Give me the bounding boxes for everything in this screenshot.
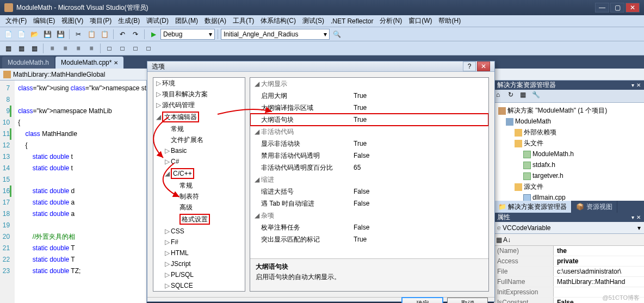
- options-tree[interactable]: ▷环境▷项目和解决方案▷源代码管理◢文本编辑器常规文件扩展名▷Basic▷C#◢…: [153, 77, 245, 292]
- tab-modulemath-h[interactable]: ModuleMath.h: [2, 57, 54, 69]
- tree-item[interactable]: ◢C/C++: [153, 167, 245, 180]
- tb-icon[interactable]: □: [103, 42, 115, 54]
- menu-team[interactable]: 团队(M): [172, 15, 201, 27]
- tb-icon[interactable]: □: [116, 42, 128, 54]
- menu-help[interactable]: 帮助(H): [435, 15, 464, 27]
- paste-icon[interactable]: 📋: [98, 28, 110, 40]
- open-icon[interactable]: 📂: [28, 28, 40, 40]
- tree-item[interactable]: ▷HTML: [153, 248, 245, 258]
- solution-tree[interactable]: 解决方案 "ModuleMath" (1 个项目) ModuleMath外部依赖…: [494, 103, 644, 201]
- tree-item[interactable]: ▷PL/SQL: [153, 269, 245, 280]
- maximize-button[interactable]: ▢: [610, 3, 624, 13]
- tab-resview[interactable]: 📦 资源视图: [572, 201, 617, 213]
- close-button[interactable]: ✕: [626, 3, 640, 13]
- scope-combo[interactable]: MathLibrary::MathHandleGlobal: [13, 71, 105, 78]
- menu-window[interactable]: 窗口(W): [405, 15, 435, 27]
- prop-row[interactable]: 大纲语句块True: [250, 114, 488, 126]
- tree-item[interactable]: ▷Basic: [153, 145, 245, 156]
- code-body[interactable]: class="kw">using class="kw">namespace st…: [15, 81, 146, 303]
- prop-row[interactable]: 枚举注释任务False: [250, 221, 488, 233]
- home-icon[interactable]: ⌂: [496, 91, 507, 102]
- pane-close-icon[interactable]: ✕: [636, 82, 641, 88]
- pin-icon[interactable]: ▾: [631, 214, 634, 220]
- solution-item[interactable]: 头文件: [496, 138, 642, 149]
- config-combo[interactable]: Debug▾: [160, 29, 215, 40]
- tb-icon[interactable]: ≡: [85, 42, 97, 54]
- startup-combo[interactable]: Initial_Angle_And_Radius▾: [221, 29, 330, 40]
- solution-root[interactable]: 解决方案 "ModuleMath" (1 个项目): [496, 105, 642, 116]
- prop-row[interactable]: 启用大纲True: [250, 90, 488, 102]
- find-icon[interactable]: 🔍: [331, 28, 343, 40]
- menu-project[interactable]: 项目(P): [86, 15, 115, 27]
- prop-row[interactable]: 显示非活动块True: [250, 138, 488, 150]
- menu-data[interactable]: 数据(A): [201, 15, 230, 27]
- tree-item[interactable]: ▷CSS: [153, 226, 245, 237]
- property-row[interactable]: Filec:\users\administrator\: [494, 267, 644, 277]
- cut-icon[interactable]: ✂: [72, 28, 84, 40]
- tab-modulemath-cpp[interactable]: ModuleMath.cpp*✕: [55, 57, 123, 69]
- menu-file[interactable]: 文件(F): [2, 15, 30, 27]
- tree-item[interactable]: ▷JScript: [153, 258, 245, 269]
- ok-button[interactable]: 确定: [402, 298, 443, 303]
- solution-item[interactable]: stdafx.h: [496, 159, 642, 170]
- save-all-icon[interactable]: 💾: [54, 28, 66, 40]
- categorize-icon[interactable]: ▦: [496, 236, 502, 244]
- tree-item[interactable]: 文件扩展名: [153, 134, 245, 145]
- menu-tools[interactable]: 工具(T): [230, 15, 257, 27]
- tree-item[interactable]: ◢文本编辑器: [153, 110, 245, 123]
- prop-row[interactable]: 禁用非活动代码透明False: [250, 150, 488, 162]
- prop-object-combo[interactable]: e VCCodeVariable▾: [494, 222, 644, 234]
- pane-close-icon[interactable]: ✕: [636, 214, 641, 220]
- menu-edit[interactable]: 编辑(E): [30, 15, 58, 27]
- menu-build[interactable]: 生成(B): [115, 15, 143, 27]
- tree-item[interactable]: 格式设置: [153, 213, 245, 226]
- property-row[interactable]: FullNameMathLibrary::MathHand: [494, 277, 644, 287]
- menu-view[interactable]: 视图(V): [58, 15, 86, 27]
- alpha-sort-icon[interactable]: A↓: [503, 236, 511, 244]
- menu-analyze[interactable]: 分析(N): [376, 15, 405, 27]
- tb-icon[interactable]: ≡: [59, 42, 71, 54]
- tree-item[interactable]: ▷SQLCE: [153, 280, 245, 291]
- prop-row[interactable]: 大纲编译指示区域True: [250, 102, 488, 114]
- menu-reflector[interactable]: .NET Reflector: [327, 16, 376, 26]
- menu-arch[interactable]: 体系结构(C): [257, 15, 299, 27]
- cancel-button[interactable]: 取消: [447, 298, 488, 303]
- tree-item[interactable]: ▷源代码管理: [153, 100, 245, 110]
- refresh-icon[interactable]: ↻: [508, 91, 519, 102]
- tree-item[interactable]: 制表符: [153, 191, 245, 202]
- tree-item[interactable]: ▷C#: [153, 156, 245, 167]
- tree-item[interactable]: ▷F#: [153, 237, 245, 248]
- prop-row[interactable]: 非活动代码透明度百分比65: [250, 162, 488, 174]
- tb-icon[interactable]: ≡: [46, 42, 58, 54]
- save-icon[interactable]: 💾: [41, 28, 53, 40]
- copy-icon[interactable]: 📋: [85, 28, 97, 40]
- prop-row[interactable]: 遇 Tab 时自动缩进False: [250, 197, 488, 209]
- tree-item[interactable]: ▷项目和解决方案: [153, 89, 245, 100]
- add-item-icon[interactable]: 📄: [15, 28, 27, 40]
- tree-item[interactable]: 常规: [153, 123, 245, 134]
- redo-icon[interactable]: ↷: [129, 28, 141, 40]
- solution-item[interactable]: ModuleMath: [496, 116, 642, 127]
- property-row[interactable]: Accessprivate: [494, 256, 644, 267]
- prop-row[interactable]: 突出显示匹配的标记True: [250, 233, 488, 245]
- prop-row[interactable]: 缩进大括号False: [250, 185, 488, 197]
- menu-debug[interactable]: 调试(D): [143, 15, 172, 27]
- undo-icon[interactable]: ↶: [116, 28, 128, 40]
- properties-icon[interactable]: 🔧: [532, 91, 543, 102]
- close-icon[interactable]: ✕: [114, 60, 118, 66]
- solution-item[interactable]: dllmain.cpp: [496, 192, 642, 201]
- new-project-icon[interactable]: 📄: [2, 28, 14, 40]
- help-button[interactable]: ?: [463, 61, 476, 71]
- solution-item[interactable]: targetver.h: [496, 170, 642, 181]
- tb-icon[interactable]: ▦: [28, 42, 40, 54]
- tb-icon[interactable]: □: [129, 42, 141, 54]
- tab-solexplorer[interactable]: 📁 解决方案资源管理器: [494, 201, 572, 213]
- tb-icon[interactable]: ▦: [2, 42, 14, 54]
- start-debug-icon[interactable]: ▶: [147, 28, 159, 40]
- solution-item[interactable]: 外部依赖项: [496, 127, 642, 138]
- tb-icon[interactable]: ≡: [72, 42, 84, 54]
- solution-item[interactable]: ModuleMath.h: [496, 149, 642, 159]
- tree-item[interactable]: ▷环境: [153, 78, 245, 89]
- show-all-icon[interactable]: ▦: [520, 91, 531, 102]
- minimize-button[interactable]: —: [595, 3, 609, 13]
